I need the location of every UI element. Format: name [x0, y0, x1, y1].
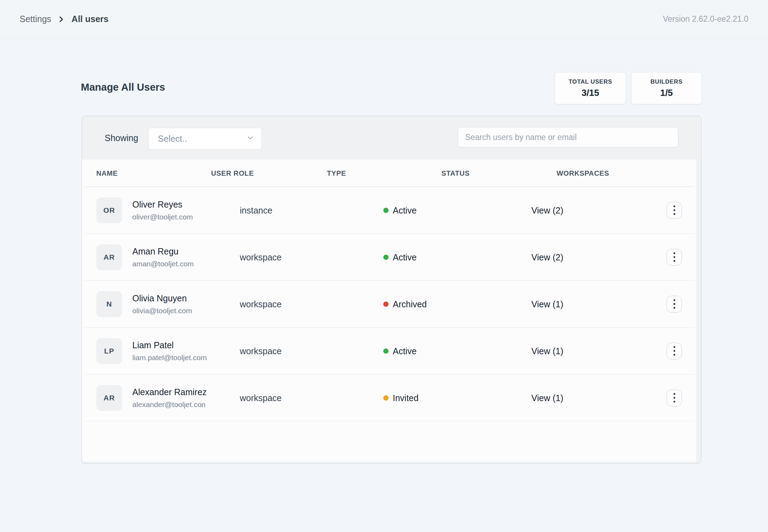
total-users-card: TOTAL USERS 3/15: [555, 72, 626, 104]
status-cell: Active: [383, 346, 417, 356]
breadcrumb: Settings All users: [20, 14, 109, 24]
chevron-right-icon: [57, 15, 65, 23]
status-badge: Active: [393, 205, 417, 215]
breadcrumb-settings-link[interactable]: Settings: [20, 14, 51, 24]
table-row: AR Alexander Ramirez alexander@tooljet.c…: [85, 374, 694, 421]
status-badge: Archived: [393, 299, 427, 309]
kebab-dot: [673, 260, 675, 262]
users-table: NAME USER ROLE TYPE STATUS WORKSPACES OR…: [82, 160, 696, 462]
kebab-dot: [673, 299, 675, 301]
kebab-dot: [673, 256, 675, 258]
user-role-cell: instance: [240, 205, 272, 215]
user-role-cell: workspace: [240, 299, 282, 309]
builders-value: 1/5: [660, 88, 673, 98]
builders-card: BUILDERS 1/5: [631, 72, 702, 104]
search-input[interactable]: [458, 127, 678, 147]
avatar: LP: [96, 338, 122, 364]
avatar: N: [96, 291, 122, 317]
kebab-dot: [673, 213, 675, 215]
user-role-cell: workspace: [240, 346, 282, 356]
view-workspaces-link[interactable]: View (1): [531, 346, 563, 356]
status-badge: Active: [393, 252, 417, 262]
kebab-dot: [673, 401, 675, 402]
row-actions-kebab-button[interactable]: [666, 296, 682, 313]
user-email: oliver@tooljet.com: [132, 213, 193, 221]
kebab-dot: [673, 354, 675, 356]
chevron-down-icon: [246, 134, 254, 144]
status-dot-icon: [383, 208, 389, 213]
status-cell: Invited: [383, 393, 419, 403]
user-email: liam.patel@tooljet.com: [132, 354, 207, 362]
row-actions-kebab-button[interactable]: [666, 343, 682, 359]
status-cell: Active: [383, 205, 417, 215]
user-name: Olivia Nguyen: [132, 293, 192, 303]
table-body: OR Oliver Reyes oliver@tooljet.com insta…: [82, 187, 696, 421]
status-dot-icon: [383, 395, 389, 400]
view-workspaces-link[interactable]: View (2): [531, 205, 563, 215]
builders-label: BUILDERS: [650, 78, 683, 85]
showing-filter-value: Select..: [158, 134, 187, 144]
row-actions-kebab-button[interactable]: [666, 249, 682, 266]
column-header-workspaces: WORKSPACES: [557, 169, 609, 177]
table-header-row: NAME USER ROLE TYPE STATUS WORKSPACES: [85, 160, 694, 187]
table-row: AR Aman Regu aman@tooljet.com workspace …: [85, 234, 694, 281]
table-row: N Olivia Nguyen olivia@tooljet.com works…: [85, 281, 694, 328]
user-email: alexander@tooljet.con: [132, 400, 207, 409]
users-card: Showing Select.. NAME USER ROLE TYPE STA…: [82, 116, 701, 464]
row-actions-kebab-button[interactable]: [666, 390, 682, 406]
kebab-dot: [673, 397, 675, 399]
user-role-cell: workspace: [240, 252, 282, 262]
status-badge: Active: [393, 346, 417, 356]
user-name-cell: Aman Regu aman@tooljet.com: [132, 246, 194, 268]
user-name: Aman Regu: [132, 246, 194, 257]
user-name-cell: Alexander Ramirez alexander@tooljet.con: [132, 387, 207, 409]
total-users-label: TOTAL USERS: [568, 78, 612, 85]
page-title: Manage All Users: [81, 82, 165, 93]
version-label: Version 2.62.0-ee2.21.0: [663, 14, 748, 24]
user-name: Liam Patel: [132, 340, 207, 350]
user-email: olivia@tooljet.com: [132, 307, 192, 315]
avatar: OR: [96, 197, 122, 223]
view-workspaces-link[interactable]: View (2): [531, 252, 563, 262]
user-name-cell: Olivia Nguyen olivia@tooljet.com: [132, 293, 192, 315]
kebab-dot: [673, 205, 675, 207]
row-actions-kebab-button[interactable]: [666, 202, 682, 219]
user-email: aman@tooljet.com: [132, 260, 194, 268]
user-name-cell: Liam Patel liam.patel@tooljet.com: [132, 340, 207, 362]
column-header-type: TYPE: [327, 169, 346, 177]
kebab-dot: [673, 346, 675, 348]
kebab-dot: [673, 393, 675, 395]
showing-filter-select[interactable]: Select..: [148, 128, 262, 149]
status-badge: Invited: [393, 393, 419, 403]
kebab-dot: [673, 303, 675, 305]
kebab-dot: [673, 209, 675, 211]
status-dot-icon: [383, 348, 389, 354]
table-row: LP Liam Patel liam.patel@tooljet.com wor…: [85, 328, 694, 374]
kebab-dot: [673, 307, 675, 309]
showing-label: Showing: [105, 133, 138, 143]
user-name-cell: Oliver Reyes oliver@tooljet.com: [132, 200, 193, 221]
status-dot-icon: [383, 301, 389, 307]
top-bar: Settings All users Version 2.62.0-ee2.21…: [0, 0, 768, 38]
view-workspaces-link[interactable]: View (1): [531, 299, 563, 309]
kebab-dot: [673, 350, 675, 352]
column-header-user-role: USER ROLE: [211, 169, 254, 177]
column-header-status: STATUS: [441, 169, 470, 177]
breadcrumb-current-page: All users: [71, 14, 109, 24]
filter-bar: Showing Select..: [82, 116, 701, 160]
avatar: AR: [96, 385, 122, 411]
kebab-dot: [673, 252, 675, 254]
status-cell: Active: [383, 252, 417, 262]
column-header-name: NAME: [96, 169, 118, 177]
status-dot-icon: [383, 254, 389, 260]
user-role-cell: workspace: [240, 393, 282, 403]
user-name: Oliver Reyes: [132, 200, 193, 210]
status-cell: Archived: [383, 299, 427, 309]
total-users-value: 3/15: [581, 88, 599, 98]
user-name: Alexander Ramirez: [132, 387, 207, 397]
table-row: OR Oliver Reyes oliver@tooljet.com insta…: [85, 187, 694, 234]
avatar: AR: [96, 244, 122, 270]
view-workspaces-link[interactable]: View (1): [531, 393, 563, 403]
